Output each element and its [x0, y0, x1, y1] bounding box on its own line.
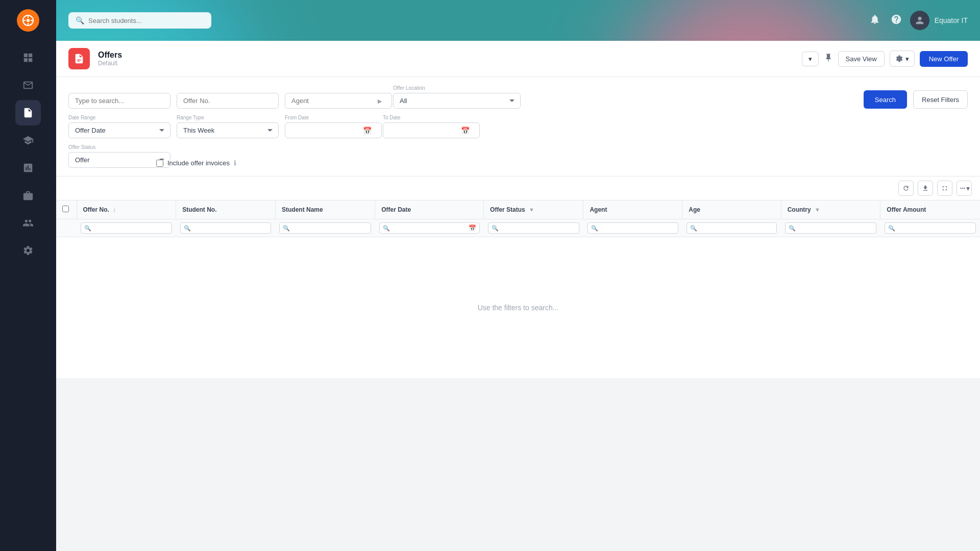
offer-location-label: Offer Location — [393, 85, 516, 91]
search-cell-student-name: 🔍 — [275, 219, 375, 237]
sidebar-item-students[interactable] — [15, 210, 41, 236]
offer-date-search-input[interactable] — [392, 224, 467, 232]
offer-status-filter-group: Offer Status Offer — [68, 144, 150, 168]
more-options-button[interactable]: ▾ — [957, 181, 972, 196]
sidebar-item-settings[interactable] — [15, 238, 41, 263]
include-invoices-checkbox[interactable] — [156, 160, 163, 167]
student-no-search-input[interactable] — [193, 224, 268, 232]
view-dropdown-btn[interactable]: ▾ — [802, 52, 819, 66]
refresh-button[interactable] — [898, 181, 914, 196]
offer-date-cal-icon[interactable]: 📅 — [469, 224, 476, 232]
sidebar-item-contacts[interactable] — [15, 72, 41, 98]
th-offer-amount-label: Offer Amount — [887, 206, 926, 213]
to-date-calendar-icon[interactable]: 📅 — [461, 127, 470, 135]
student-no-search-icon: 🔍 — [184, 225, 191, 232]
student-name-search-input[interactable] — [292, 224, 367, 232]
search-cell-country: 🔍 — [781, 219, 880, 237]
offer-status-select[interactable]: Offer — [68, 152, 170, 168]
from-date-calendar-icon[interactable]: 📅 — [363, 127, 372, 135]
agent-input[interactable] — [285, 93, 392, 109]
th-agent[interactable]: Agent — [583, 201, 682, 219]
search-cell-offer-no: 🔍 — [77, 219, 176, 237]
offer-amount-search-icon: 🔍 — [888, 225, 895, 232]
sidebar-item-products[interactable] — [15, 183, 41, 208]
app-logo-icon[interactable] — [17, 9, 39, 32]
th-age[interactable]: Age — [682, 201, 781, 219]
settings-button[interactable]: ▾ — [890, 51, 915, 67]
topbar: 🔍 Equator IT — [56, 0, 980, 41]
agent-search-wrapper: 🔍 — [587, 222, 678, 234]
empty-state-message: Use the filters to search... — [62, 242, 974, 373]
pin-icon[interactable] — [824, 53, 833, 64]
filter-row-2: Date Range Offer Date Range Type This We… — [68, 115, 968, 138]
th-country[interactable]: Country ▼ — [781, 201, 880, 219]
search-cell-age: 🔍 — [682, 219, 781, 237]
age-search-input[interactable] — [699, 224, 773, 232]
to-date-label: To Date — [383, 115, 475, 120]
country-search-input[interactable] — [798, 224, 873, 232]
offer-amount-search-input[interactable] — [897, 224, 972, 232]
select-all-checkbox[interactable] — [62, 206, 69, 212]
filter-area: ▶ Offer Location All Search Reset Filter… — [56, 77, 980, 177]
save-view-button[interactable]: Save View — [838, 51, 885, 67]
user-avatar — [910, 11, 929, 30]
th-student-name[interactable]: Student Name — [275, 201, 375, 219]
reset-filters-button[interactable]: Reset Filters — [913, 90, 968, 109]
th-offer-date[interactable]: Offer Date — [375, 201, 484, 219]
th-student-name-label: Student Name — [282, 206, 323, 213]
empty-state-text: Use the filters to search... — [478, 304, 559, 312]
offer-no-search-icon: 🔍 — [84, 225, 91, 232]
sidebar-item-dashboard[interactable] — [15, 45, 41, 70]
main-content: Offers Default ▾ Save View ▾ New Offer — [56, 41, 980, 551]
sidebar-item-education[interactable] — [15, 128, 41, 153]
help-icon[interactable] — [891, 14, 902, 28]
th-offer-amount[interactable]: Offer Amount — [880, 201, 980, 219]
date-range-label: Date Range — [68, 115, 170, 120]
search-filter-input[interactable] — [68, 93, 170, 109]
table-area: ▾ Offer No. ↕ Student No. — [56, 177, 980, 379]
offer-status-search-input[interactable] — [501, 224, 576, 232]
search-button[interactable]: Search — [864, 90, 907, 109]
sidebar-item-reports[interactable] — [15, 155, 41, 181]
new-offer-button[interactable]: New Offer — [920, 51, 968, 67]
sidebar-item-offers[interactable] — [15, 100, 41, 126]
offer-no-search-wrapper: 🔍 — [81, 222, 172, 234]
student-search-input[interactable] — [88, 17, 204, 24]
offer-no-input[interactable] — [177, 93, 279, 109]
user-section[interactable]: Equator IT — [910, 11, 968, 30]
country-search-icon: 🔍 — [789, 225, 796, 232]
range-type-select[interactable]: This Week — [177, 122, 279, 138]
agent-filter-group: ▶ — [285, 93, 387, 109]
offer-no-search-input[interactable] — [93, 224, 168, 232]
age-search-wrapper: 🔍 — [687, 222, 777, 234]
th-agent-label: Agent — [590, 206, 607, 213]
th-student-no-label: Student No. — [182, 206, 216, 213]
include-invoices-group: Include offer invoices ℹ — [156, 159, 236, 168]
to-date-filter-group: To Date 22/12/2024 📅 — [383, 115, 475, 138]
to-date-wrapper: 22/12/2024 📅 — [383, 122, 475, 138]
th-offer-no[interactable]: Offer No. ↕ — [77, 201, 176, 219]
topbar-icons — [869, 14, 902, 28]
th-offer-status[interactable]: Offer Status ▼ — [484, 201, 583, 219]
date-range-select[interactable]: Offer Date — [68, 122, 170, 138]
range-type-label: Range Type — [177, 115, 279, 120]
student-name-search-wrapper: 🔍 — [279, 222, 371, 234]
table-header-row: Offer No. ↕ Student No. Student Name Off… — [56, 201, 980, 219]
offer-date-search-icon: 🔍 — [383, 225, 390, 232]
include-invoices-info-icon[interactable]: ℹ — [234, 159, 236, 167]
export-button[interactable] — [918, 181, 933, 196]
offer-status-filter-icon[interactable]: ▼ — [529, 207, 534, 213]
svg-point-1 — [27, 19, 30, 22]
student-no-search-wrapper: 🔍 — [180, 222, 272, 234]
sidebar — [0, 0, 56, 551]
expand-button[interactable] — [937, 181, 952, 196]
agent-search-input[interactable] — [600, 224, 675, 232]
offer-location-filter-group: Offer Location All — [393, 85, 516, 109]
country-filter-icon[interactable]: ▼ — [815, 207, 820, 213]
notification-icon[interactable] — [869, 14, 880, 28]
th-student-no[interactable]: Student No. — [176, 201, 276, 219]
settings-dropdown-icon: ▾ — [905, 55, 909, 63]
sidebar-logo — [0, 0, 56, 41]
offer-location-select[interactable]: All — [393, 93, 521, 109]
offer-no-sort-icon: ↕ — [113, 207, 116, 213]
